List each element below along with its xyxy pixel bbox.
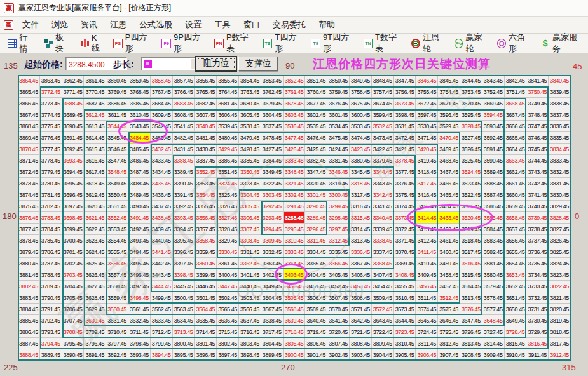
toolbar-button-T四方形[interactable]: TST四方形 — [259, 30, 306, 56]
toolbar-button-P四方形[interactable]: PSP四方形 — [109, 30, 156, 56]
grid-cell: 3623.45 — [84, 235, 106, 246]
grid-cell: 3418.45 — [416, 166, 438, 178]
toolbar-button-江恩轮[interactable]: 江恩轮 — [407, 30, 449, 56]
grid-cell: 3535.45 — [305, 121, 327, 132]
grid-cell: 3330.45 — [217, 246, 239, 258]
grid-cell: 3368.45 — [372, 258, 394, 269]
grid-cell: 3432.45 — [151, 144, 173, 155]
angle-label-270: 270 — [281, 363, 295, 372]
grid-cell: 3638.45 — [261, 315, 284, 326]
grid-cell: 3440.45 — [151, 235, 173, 246]
grid-cell: 3815.45 — [505, 338, 527, 349]
grid-cell: 3308.45 — [239, 235, 261, 246]
grid-cell: 3341.45 — [372, 201, 394, 212]
grid-cell: 3445.45 — [173, 281, 195, 292]
grid-cell: 3457.45 — [438, 281, 460, 292]
toolbar-button-P数字表[interactable]: PNP数字表 — [210, 30, 257, 56]
grid-cell: 3390.45 — [173, 178, 195, 189]
app-logo-icon: 赢 — [4, 3, 14, 13]
grid-cell: 3849.45 — [350, 75, 372, 86]
grid-cell: 3862.45 — [62, 75, 85, 86]
grid-cell: 3421.45 — [394, 144, 416, 155]
grid-cell: 3712.45 — [151, 326, 173, 338]
grid-cell: 3901.45 — [305, 349, 327, 361]
toolbar-button-赢家轮[interactable]: Big赢家轮 — [451, 30, 492, 56]
grid-cell: 3788.45 — [40, 269, 62, 281]
grid-cell: 3289.45 — [305, 212, 327, 224]
workspace: 起始价格: 步长: ▼ 阻力位 支撑位 江恩价格四方形次日关键位测算 3864.… — [0, 53, 588, 376]
grid-cell: 3449.45 — [261, 281, 284, 292]
grid-cell: 3500.45 — [173, 292, 195, 304]
toolbar-button-板块[interactable]: 板块 — [40, 30, 74, 56]
grid-cell: 3479.45 — [239, 132, 261, 144]
support-button[interactable]: 支撑位 — [238, 57, 278, 71]
grid-cell: 3731.45 — [526, 304, 549, 315]
grid-cell: 3581.45 — [482, 258, 505, 269]
grid-cell: 3884.45 — [18, 304, 40, 315]
grid-cell: 3879.45 — [18, 246, 40, 258]
grid-cell: 3332.45 — [261, 246, 284, 258]
grid-cell: 3766.45 — [173, 86, 195, 98]
toolbar-button-六角形[interactable]: ⬡六角形 — [493, 30, 535, 56]
grid-cell: 3447.45 — [217, 281, 239, 292]
grid-cell: 3592.45 — [482, 132, 505, 144]
grid-cell: 3820.45 — [549, 304, 571, 315]
grid-cell: 3778.45 — [40, 155, 62, 166]
grid-cell: 3431.45 — [173, 144, 195, 155]
toolbar-button-9T四方形[interactable]: T99T四方形 — [307, 30, 357, 56]
grid-cell: 3888.45 — [18, 349, 40, 361]
grid-cell: 3489.45 — [128, 189, 151, 201]
resistance-button[interactable]: 阻力位 — [196, 57, 236, 71]
grid-cell: 3693.45 — [62, 155, 85, 166]
grid-cell: 3784.45 — [40, 224, 62, 235]
grid-cell: 3335.45 — [327, 246, 350, 258]
grid-cell: 3839.45 — [549, 86, 571, 98]
grid-cell: 3772.45 — [40, 86, 62, 98]
toolbar-button-T数字表[interactable]: TNT数字表 — [360, 30, 406, 56]
grid-cell: 3291.45 — [284, 201, 306, 212]
grid-cell: 3645.45 — [416, 315, 438, 326]
grid-cell: 3640.45 — [305, 315, 327, 326]
grid-cell: 3859.45 — [128, 75, 151, 86]
grid-cell: 3295.45 — [284, 224, 306, 235]
grid-cell: 3690.45 — [62, 121, 85, 132]
grid-cell: 3627.45 — [84, 281, 106, 292]
grid-cell: 3357.45 — [195, 224, 217, 235]
grid-cell: 3710.45 — [106, 326, 128, 338]
grid-cell: 3700.45 — [62, 235, 85, 246]
wheel-icon — [411, 39, 420, 48]
grid-cell: 3419.45 — [416, 155, 438, 166]
grid-cell: 3433.45 — [151, 155, 173, 166]
grid-cell: 3583.45 — [482, 235, 505, 246]
grid-cell: 3331.45 — [239, 246, 261, 258]
grid-cell: 3711.45 — [128, 326, 151, 338]
table-icon — [8, 39, 17, 48]
grid-cell: 3816.45 — [526, 338, 549, 349]
grid-cell: 3725.45 — [438, 326, 460, 338]
grid-cell: 3894.45 — [151, 349, 173, 361]
angle-label-45: 45 — [573, 62, 582, 71]
grid-cell: 3715.45 — [217, 326, 239, 338]
grid-cell: 3605.45 — [239, 109, 261, 121]
toolbar-button-K线[interactable]: K线 — [76, 32, 107, 55]
grid-cell: 3313.45 — [350, 235, 372, 246]
angle-label-225: 225 — [4, 363, 18, 372]
grid-cell: 3505.45 — [284, 292, 306, 304]
step-combobox[interactable]: ▼ — [141, 57, 203, 70]
grid-cell: 3632.45 — [128, 315, 151, 326]
grid-cell: 3861.45 — [84, 75, 106, 86]
toolbar-button-9P四方形[interactable]: P99P四方形 — [158, 30, 209, 56]
toolbar-button-行情[interactable]: 行情 — [4, 30, 38, 56]
grid-cell: 3572.45 — [372, 304, 394, 315]
toolbar-button-赢家服务[interactable]: $赢家服务 — [537, 30, 586, 56]
menu-item-资讯[interactable]: 资讯 — [74, 17, 104, 33]
grid-cell: 3559.45 — [106, 292, 128, 304]
grid-cell: 3826.45 — [549, 235, 571, 246]
grid-cell: 3647.45 — [460, 315, 482, 326]
toolbar-button-label: 江恩轮 — [423, 32, 445, 55]
grid-cell: 3521.45 — [460, 201, 482, 212]
grid-cell: 3606.45 — [217, 109, 239, 121]
grid-cell: 3791.45 — [40, 304, 62, 315]
grid-cell: 3463.45 — [438, 212, 460, 224]
grid-cell: 3360.45 — [195, 258, 217, 269]
